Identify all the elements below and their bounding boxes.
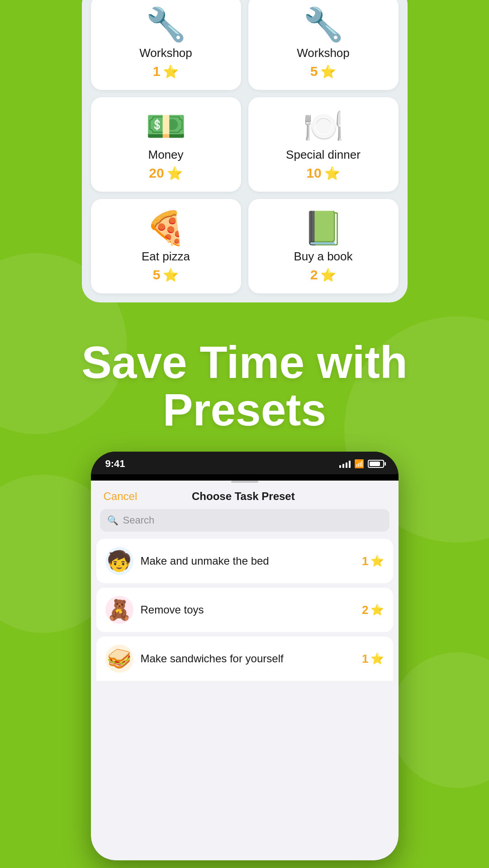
task-name: Make and unmake the bed: [141, 555, 355, 567]
reward-count: 5: [153, 267, 161, 283]
cancel-button[interactable]: Cancel: [104, 490, 138, 503]
task-item[interactable]: 🧸Remove toys2⭐: [96, 588, 393, 632]
star-icon: ⭐: [320, 268, 336, 283]
task-stars: 2⭐: [362, 603, 384, 617]
reward-count: 10: [306, 165, 321, 181]
money-icon: 💵: [146, 110, 186, 142]
wifi-icon: 📶: [354, 459, 364, 469]
star-icon: ⭐: [163, 268, 179, 283]
reward-card-workshop1[interactable]: 🔧Workshop1⭐: [91, 0, 241, 90]
reward-name: Special dinner: [286, 148, 361, 162]
status-time: 9:41: [105, 458, 125, 470]
task-star-icon: ⭐: [370, 555, 384, 567]
star-icon: ⭐: [324, 166, 340, 181]
task-item[interactable]: 🥪Make sandwiches for yourself1⭐: [96, 637, 393, 681]
reward-card-money20[interactable]: 💵Money20⭐: [91, 97, 241, 192]
reward-count: 5: [310, 64, 318, 79]
reward-name: Eat pizza: [142, 250, 190, 264]
reward-name: Workshop: [297, 46, 350, 60]
promo-line2: Presets: [163, 384, 326, 435]
reward-card-eat-pizza[interactable]: 🍕Eat pizza5⭐: [91, 199, 241, 293]
task-emoji: 🧒: [105, 547, 133, 575]
bottom-phone-mockup: 9:41 📶 Cancel Choose Task Preset: [91, 452, 399, 860]
star-icon: ⭐: [167, 166, 183, 181]
pizza-icon: 🍕: [146, 212, 186, 244]
reward-card-special-dinner[interactable]: 🍽️Special dinner10⭐: [248, 97, 399, 192]
sheet-header: Cancel Choose Task Preset: [91, 483, 399, 509]
task-emoji: 🥪: [105, 645, 133, 673]
promo-section: Save Time with Presets: [0, 316, 489, 452]
task-item[interactable]: 🧒Make and unmake the bed1⭐: [96, 539, 393, 583]
search-bar[interactable]: 🔍 Search: [100, 509, 389, 532]
star-icon: ⭐: [320, 64, 336, 79]
reward-stars: 20⭐: [149, 165, 182, 181]
reward-name: Workshop: [139, 46, 192, 60]
status-icons: 📶: [339, 459, 384, 469]
reward-count: 20: [149, 165, 164, 181]
reward-count: 2: [310, 267, 318, 283]
star-icon: ⭐: [163, 64, 179, 79]
task-emoji: 🧸: [105, 596, 133, 624]
task-count: 2: [362, 603, 368, 617]
signal-icon: [339, 460, 351, 468]
sheet-content: Cancel Choose Task Preset 🔍 Search 🧒Make…: [91, 481, 399, 860]
task-stars: 1⭐: [362, 652, 384, 666]
workshop-icon: 🔧: [146, 8, 186, 41]
promo-heading: Save Time with Presets: [27, 339, 462, 434]
status-bar: 9:41 📶: [91, 452, 399, 474]
battery-icon: [368, 460, 384, 468]
reward-stars: 5⭐: [153, 267, 179, 283]
task-count: 1: [362, 554, 368, 568]
top-phone-mockup: 🔧Workshop1⭐🔧Workshop5⭐💵Money20⭐🍽️Special…: [82, 0, 408, 302]
task-name: Make sandwiches for yourself: [141, 652, 355, 665]
workshop-icon: 🔧: [303, 8, 344, 41]
task-star-icon: ⭐: [370, 652, 384, 665]
reward-stars: 1⭐: [153, 64, 179, 79]
reward-card-buy-book[interactable]: 📗Buy a book2⭐: [248, 199, 399, 293]
task-count: 1: [362, 652, 368, 666]
search-icon: 🔍: [107, 515, 119, 526]
reward-stars: 5⭐: [310, 64, 337, 79]
reward-card-workshop5[interactable]: 🔧Workshop5⭐: [248, 0, 399, 90]
reward-name: Buy a book: [294, 250, 352, 264]
reward-name: Money: [148, 148, 183, 162]
search-placeholder: Search: [123, 514, 155, 526]
rewards-grid: 🔧Workshop1⭐🔧Workshop5⭐💵Money20⭐🍽️Special…: [91, 0, 399, 293]
task-name: Remove toys: [141, 604, 355, 616]
task-star-icon: ⭐: [370, 604, 384, 616]
reward-stars: 10⭐: [306, 165, 340, 181]
task-list: 🧒Make and unmake the bed1⭐🧸Remove toys2⭐…: [91, 539, 399, 681]
reward-stars: 2⭐: [310, 267, 337, 283]
reward-count: 1: [153, 64, 161, 79]
special-dinner-icon: 🍽️: [303, 110, 344, 142]
sheet-title: Choose Task Preset: [192, 490, 295, 503]
task-stars: 1⭐: [362, 554, 384, 568]
bottom-phone-wrapper: 9:41 📶 Cancel Choose Task Preset: [0, 452, 489, 868]
promo-line1: Save Time with: [81, 337, 408, 387]
book-icon: 📗: [303, 212, 344, 244]
